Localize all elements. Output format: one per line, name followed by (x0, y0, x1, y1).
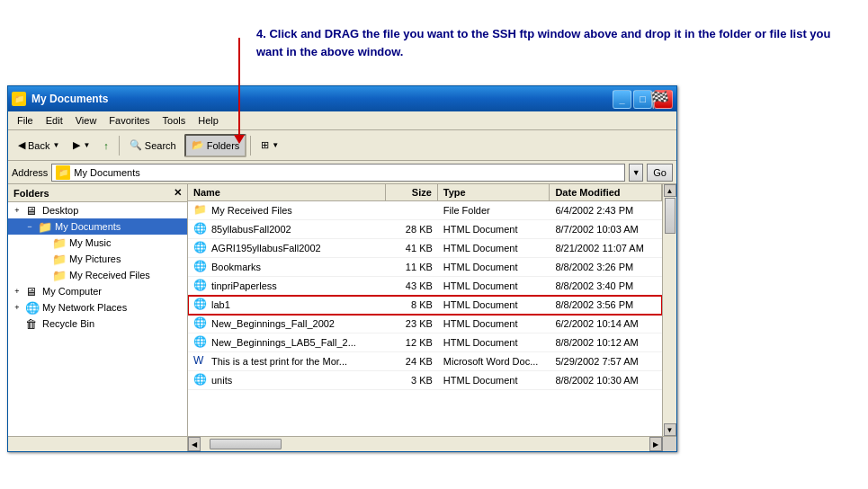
address-folder-icon: 📁 (56, 165, 70, 180)
html-icon: 🌐 (193, 373, 208, 387)
mycomputer-icon: 🖥 (25, 285, 40, 298)
scroll-down-button[interactable]: ▼ (664, 423, 676, 436)
tree-item-mypictures[interactable]: 📁 My Pictures (8, 251, 187, 267)
folders-header: Folders ✕ (8, 184, 187, 202)
file-row-testprint[interactable]: W This is a test print for the Mor... 24… (188, 352, 662, 371)
tree-item-mynetwork[interactable]: + 🌐 My Network Places (8, 299, 187, 316)
mynetwork-icon: 🌐 (25, 301, 40, 314)
views-button[interactable]: ⊞ ▼ (255, 134, 285, 157)
myreceived-icon: 📁 (52, 269, 67, 281)
html-icon: 🌐 (193, 298, 208, 312)
h-scroll-right[interactable]: ▶ (649, 437, 662, 451)
up-button[interactable]: ↑ (97, 134, 115, 157)
search-button[interactable]: 🔍 Search (123, 134, 183, 157)
col-header-type[interactable]: Type (438, 184, 550, 200)
tree-label-recycle: Recycle Bin (42, 318, 94, 329)
expand-icon-mycomputer: + (12, 286, 22, 297)
up-icon: ↑ (103, 140, 109, 151)
mypictures-icon: 📁 (52, 253, 67, 265)
h-scrollbar: ◀ ▶ (188, 437, 662, 451)
scroll-thumb[interactable] (665, 198, 676, 234)
file-row-tinpri[interactable]: 🌐 tinpriPaperless 43 KB HTML Document 8/… (188, 277, 662, 296)
html-icon: 🌐 (193, 222, 208, 236)
file-row-newbeginnings[interactable]: 🌐 New_Beginnings_Fall_2002 23 KB HTML Do… (188, 315, 662, 333)
tree-item-mymusic[interactable]: 📁 My Music (8, 235, 187, 251)
vertical-scrollbar[interactable]: ▲ ▼ (662, 184, 676, 436)
col-header-name[interactable]: Name (188, 184, 386, 200)
address-dropdown[interactable]: ▼ (629, 164, 643, 182)
go-button[interactable]: Go (647, 164, 673, 182)
expand-icon-desktop: + (12, 205, 22, 216)
menu-help[interactable]: Help (192, 113, 224, 128)
window-icon: 📁 (12, 92, 26, 106)
resize-grip (662, 437, 676, 451)
col-header-size[interactable]: Size (386, 184, 438, 200)
toolbar-separator (119, 136, 120, 156)
tree-item-mydocs[interactable]: − 📁 My Documents (8, 218, 187, 235)
expand-icon-mynetwork: + (12, 302, 22, 313)
views-dropdown-icon: ▼ (272, 141, 279, 149)
folders-close-button[interactable]: ✕ (174, 187, 182, 199)
folders-panel: Folders ✕ + 🖥 Desktop − 📁 My Documents 📁… (8, 184, 188, 436)
file-row-agri195[interactable]: 🌐 AGRI195yllabusFall2002 41 KB HTML Docu… (188, 239, 662, 258)
desktop-icon: 🖥 (25, 204, 40, 217)
html-icon: 🌐 (193, 335, 208, 350)
file-row-newbeginningslab5[interactable]: 🌐 New_Beginnings_LAB5_Fall_2... 12 KB HT… (188, 333, 662, 352)
expand-icon-mymusic (39, 237, 49, 248)
windows-flag: 🏁 (649, 90, 671, 108)
tree-item-myreceived[interactable]: 📁 My Received Files (8, 267, 187, 283)
back-dropdown-icon: ▼ (52, 141, 59, 149)
tree-item-mycomputer[interactable]: + 🖥 My Computer (8, 283, 187, 299)
expand-icon-myreceived (39, 270, 49, 280)
recycle-icon: 🗑 (25, 317, 40, 330)
expand-icon-mydocs: − (24, 221, 35, 232)
menu-tools[interactable]: Tools (157, 113, 192, 128)
tree-label-desktop: Desktop (42, 205, 78, 216)
minimize-button[interactable]: _ (613, 90, 631, 109)
toolbar: ◀ Back ▼ ▶ ▼ ↑ 🔍 Search 📂 Folders ⊞ ▼ (8, 130, 676, 161)
forward-button[interactable]: ▶ ▼ (67, 134, 96, 157)
tree-label-mymusic: My Music (69, 237, 111, 248)
file-row-lab1[interactable]: 🌐 lab1 8 KB HTML Document 8/8/2002 3:56 … (188, 296, 662, 315)
tree-label-mynetwork: My Network Places (42, 302, 127, 313)
h-scroll-left[interactable]: ◀ (188, 437, 201, 451)
menu-file[interactable]: File (12, 113, 39, 128)
instruction-text: 4. Click and DRAG the file you want to t… (256, 25, 841, 60)
tree-label-mycomputer: My Computer (42, 286, 102, 297)
go-label: Go (653, 167, 667, 178)
menu-edit[interactable]: Edit (40, 113, 68, 128)
col-header-date[interactable]: Date Modified (550, 184, 662, 200)
folder-icon: 📁 (193, 203, 208, 218)
tree-item-recycle[interactable]: 🗑 Recycle Bin (8, 316, 187, 332)
html-icon: 🌐 (193, 279, 208, 293)
menu-bar: File Edit View Favorites Tools Help (8, 111, 676, 130)
menu-view[interactable]: View (70, 113, 103, 128)
tree-label-mydocs: My Documents (55, 221, 121, 232)
status-left (8, 437, 188, 451)
scroll-up-button[interactable]: ▲ (664, 184, 676, 197)
title-bar: 📁 My Documents 🏁 _ □ ✕ (8, 86, 676, 111)
back-button[interactable]: ◀ Back ▼ (12, 134, 66, 157)
explorer-window: 📁 My Documents 🏁 _ □ ✕ File Edit View Fa… (7, 85, 677, 452)
file-row-units[interactable]: 🌐 units 3 KB HTML Document 8/8/2002 10:3… (188, 371, 662, 390)
forward-dropdown-icon: ▼ (83, 141, 90, 149)
search-icon: 🔍 (130, 139, 142, 151)
menu-favorites[interactable]: Favorites (103, 113, 155, 128)
main-content: Folders ✕ + 🖥 Desktop − 📁 My Documents 📁… (8, 184, 676, 436)
column-headers: Name Size Type Date Modified (188, 184, 662, 201)
address-label: Address (12, 167, 48, 178)
address-input[interactable]: 📁 My Documents (51, 164, 625, 182)
scroll-track (665, 197, 676, 423)
nav-group: ◀ Back ▼ ▶ ▼ ↑ (12, 134, 115, 157)
file-row-85syllabus[interactable]: 🌐 85yllabusFall2002 28 KB HTML Document … (188, 220, 662, 239)
red-arrow (238, 38, 240, 137)
bottom-bar: ◀ ▶ (8, 436, 676, 451)
views-icon: ⊞ (261, 139, 269, 151)
file-row-bookmarks[interactable]: 🌐 Bookmarks 11 KB HTML Document 8/8/2002… (188, 258, 662, 277)
tree-item-desktop[interactable]: + 🖥 Desktop (8, 202, 187, 218)
h-scroll-thumb[interactable] (210, 439, 282, 449)
html-icon: 🌐 (193, 260, 208, 274)
folders-icon: 📂 (192, 139, 204, 151)
mydocs-icon: 📁 (38, 220, 52, 233)
file-row-myreceived[interactable]: 📁 My Received Files File Folder 6/4/2002… (188, 201, 662, 220)
